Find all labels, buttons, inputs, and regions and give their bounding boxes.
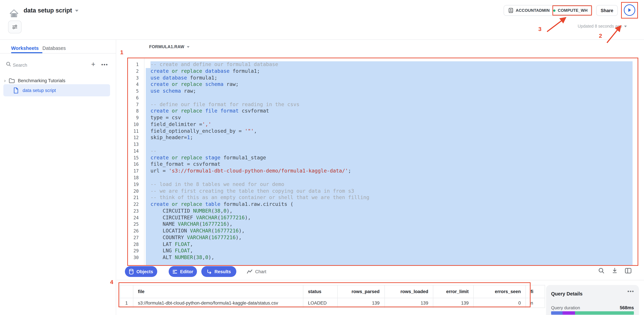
code-line[interactable]: 23 CIRCUITID NUMBER(38,0), bbox=[127, 208, 638, 215]
context-dropdown-caret[interactable] bbox=[187, 46, 190, 48]
line-number: 26 bbox=[127, 228, 139, 234]
code-line[interactable]: 7-- define our file format for reading i… bbox=[127, 101, 638, 108]
share-button[interactable]: Share bbox=[596, 5, 618, 16]
table-cell: 139 bbox=[338, 298, 384, 308]
column-header[interactable]: file bbox=[133, 285, 303, 298]
code-line[interactable]: 21-- think of this as an empty container… bbox=[127, 195, 638, 201]
objects-button[interactable]: Objects bbox=[125, 266, 157, 277]
column-header[interactable]: errors_seen bbox=[474, 285, 526, 298]
code-line[interactable]: 29 LNG FLOAT, bbox=[127, 248, 638, 254]
sql-editor[interactable]: 1-- create and define our formula1 datab… bbox=[127, 58, 638, 266]
query-details-more-button[interactable]: ••• bbox=[627, 288, 634, 294]
line-text: use schema raw; bbox=[146, 88, 632, 95]
filter-settings-button[interactable] bbox=[8, 21, 22, 33]
query-duration-bar bbox=[551, 311, 634, 315]
split-columns-icon[interactable] bbox=[625, 268, 632, 273]
line-number: 7 bbox=[127, 101, 139, 108]
code-line[interactable]: 9type = csv bbox=[127, 115, 638, 121]
sidebar-more-button[interactable]: ••• bbox=[100, 60, 110, 69]
role-selector[interactable]: ACCOUNTADMIN bbox=[508, 8, 550, 13]
code-line[interactable]: 28 LAT FLOAT, bbox=[127, 241, 638, 248]
home-icon[interactable] bbox=[10, 9, 18, 18]
code-line[interactable]: 15create or replace stage formula1_stage bbox=[127, 154, 638, 161]
code-line[interactable]: 4create or replace schema raw; bbox=[127, 81, 638, 88]
line-number: 25 bbox=[127, 221, 139, 228]
page-title: data setup script bbox=[24, 7, 72, 14]
column-header[interactable]: rows_parsed bbox=[338, 285, 384, 298]
code-line[interactable]: 12skip_header=1; bbox=[127, 135, 638, 141]
code-line[interactable]: 17url = 's3://formula1-dbt-cloud-python-… bbox=[127, 168, 638, 175]
table-row[interactable]: 1s3://formula1-dbt-cloud-python-demo/for… bbox=[120, 298, 545, 308]
editor-button[interactable]: Editor bbox=[169, 266, 197, 277]
code-line[interactable]: 25 NAME VARCHAR(16777216), bbox=[127, 221, 638, 228]
line-text: -- think of this as an empty container o… bbox=[146, 195, 632, 201]
line-number: 18 bbox=[127, 174, 139, 181]
search-input[interactable] bbox=[12, 61, 71, 69]
chart-label: Chart bbox=[255, 269, 266, 274]
code-line[interactable]: 16file_format = csvformat bbox=[127, 161, 638, 168]
code-line[interactable]: 24 CIRCUITREF VARCHAR(16777216), bbox=[127, 214, 638, 221]
code-line[interactable]: 13 bbox=[127, 141, 638, 148]
column-header[interactable]: status bbox=[303, 285, 338, 298]
code-line[interactable]: 27 COUNTRY VARCHAR(16777216), bbox=[127, 234, 638, 241]
code-line[interactable]: 30 ALT NUMBER(38,0), bbox=[127, 254, 638, 261]
sidebar-item-selected-worksheet[interactable]: data setup script bbox=[3, 84, 110, 96]
code-line[interactable]: 5use schema raw; bbox=[127, 88, 638, 95]
code-line[interactable]: 26 LOCATION VARCHAR(16777216), bbox=[127, 228, 638, 234]
title-dropdown-caret[interactable] bbox=[75, 10, 78, 12]
code-line[interactable] bbox=[127, 261, 638, 266]
worksheet-context-selector[interactable]: FORMULA1.RAW bbox=[149, 45, 190, 49]
code-line[interactable]: 8create or replace file format csvformat bbox=[127, 108, 638, 115]
chevron-right-icon[interactable]: › bbox=[4, 77, 6, 83]
code-line[interactable]: 11field_optionally_enclosed_by = '"', bbox=[127, 128, 638, 135]
line-number: 30 bbox=[127, 254, 139, 261]
tab-worksheets[interactable]: Worksheets bbox=[11, 46, 39, 51]
code-line[interactable]: 3use database formula1; bbox=[127, 75, 638, 81]
objects-label: Objects bbox=[136, 269, 153, 274]
tab-databases[interactable]: Databases bbox=[42, 46, 66, 51]
results-button[interactable]: Results bbox=[201, 266, 236, 277]
code-line[interactable]: 18 bbox=[127, 174, 638, 181]
chart-tab[interactable]: Chart bbox=[247, 269, 266, 274]
line-number: 28 bbox=[127, 241, 139, 248]
duration-bar-segment bbox=[575, 311, 634, 315]
code-line[interactable]: 1-- create and define our formula1 datab… bbox=[127, 61, 638, 68]
code-line[interactable]: 22create or replace table formula1.raw.c… bbox=[127, 201, 638, 208]
code-line[interactable]: 20-- we are first creating the table the… bbox=[127, 188, 638, 195]
line-text: -- we are first creating the table then … bbox=[146, 188, 632, 195]
context-pill: ACCOUNTADMIN COMPUTE_WH bbox=[504, 5, 592, 16]
line-number: 24 bbox=[127, 214, 139, 221]
column-header[interactable]: fi bbox=[526, 285, 545, 298]
table-cell: n bbox=[526, 298, 545, 308]
column-header[interactable] bbox=[120, 285, 133, 298]
line-text: COUNTRY VARCHAR(16777216), bbox=[146, 234, 632, 241]
code-line[interactable]: 2create or replace database formula1; bbox=[127, 68, 638, 75]
editor-toolbar: Objects Editor Results bbox=[125, 266, 266, 277]
download-icon[interactable] bbox=[612, 267, 618, 274]
code-line[interactable]: 6 bbox=[127, 95, 638, 101]
code-line[interactable]: 10field_delimiter =',' bbox=[127, 121, 638, 128]
updated-dropdown-caret[interactable] bbox=[624, 26, 627, 27]
line-number: 23 bbox=[127, 208, 139, 215]
warehouse-selector[interactable]: COMPUTE_WH bbox=[553, 8, 588, 13]
new-worksheet-button[interactable]: + bbox=[89, 60, 98, 69]
line-number: 4 bbox=[127, 81, 139, 88]
play-icon bbox=[628, 8, 632, 13]
line-text: create or replace schema raw; bbox=[146, 81, 632, 88]
code-line[interactable]: 19-- load in the 8 tables we need for ou… bbox=[127, 181, 638, 188]
folder-icon bbox=[9, 78, 15, 83]
results-table: filestatusrows_parsedrows_loadederror_li… bbox=[120, 285, 545, 308]
line-number: 21 bbox=[127, 195, 139, 201]
code-line[interactable]: 14-- bbox=[127, 148, 638, 155]
sidebar-item-folder[interactable]: › Benchmarking Tutorials bbox=[4, 76, 65, 86]
table-cell: LOADED bbox=[303, 298, 338, 308]
results-actions bbox=[598, 267, 632, 274]
column-header[interactable]: error_limit bbox=[433, 285, 474, 298]
share-label: Share bbox=[600, 8, 613, 13]
search-icon bbox=[6, 62, 11, 67]
line-number: 19 bbox=[127, 181, 139, 188]
column-header[interactable]: rows_loaded bbox=[384, 285, 433, 298]
search-results-icon[interactable] bbox=[598, 267, 604, 274]
line-number: 11 bbox=[127, 128, 139, 135]
run-button[interactable] bbox=[624, 5, 635, 16]
